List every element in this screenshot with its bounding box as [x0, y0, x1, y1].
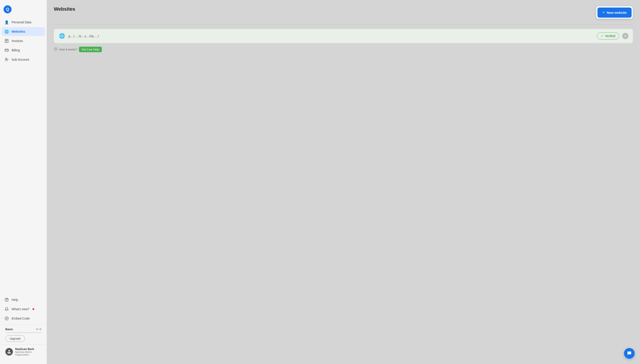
logo-text: Q — [6, 7, 9, 12]
title-divider — [54, 24, 633, 24]
remove-website-button[interactable]: ✕ — [622, 33, 628, 39]
plan-count: 0 / 0 — [36, 328, 41, 331]
sidebar-item-personal-data[interactable]: 👤 Personal Data — [2, 18, 45, 27]
main-content: Websites + New website 🌐 p...l..../li...… — [47, 0, 640, 364]
sidebar-item-label-help: Help — [12, 298, 18, 302]
sidebar-item-label-invoices: Invoices — [12, 39, 23, 43]
new-website-btn-wrapper: + New website — [596, 6, 633, 19]
user-name: Nazlican Berk — [15, 347, 41, 351]
how-it-works-text: How it works? — [59, 48, 77, 51]
sidebar-item-label-embed-code: Embed Code — [12, 317, 30, 320]
get-live-help-button[interactable]: Get Live Help — [79, 47, 102, 52]
sidebar-item-label-sub-account: Sub Account — [12, 58, 29, 61]
check-icon: ✓ — [601, 34, 603, 38]
sidebar-nav: 👤 Personal Data 🌐 Websites Invoices — [0, 18, 47, 295]
bell-icon — [5, 307, 9, 311]
globe-icon: 🌐 — [58, 32, 65, 40]
plus-icon: + — [602, 10, 605, 15]
website-card: 🌐 p...l..../li...s...tify..../ ✓ Verifie… — [54, 29, 633, 43]
page-header: Websites + New website — [54, 6, 633, 19]
notification-dot — [33, 308, 34, 310]
user-section: Nazlican Berk Nazlican Berk's Organizati… — [2, 344, 45, 359]
sidebar-item-whats-new[interactable]: What's new? — [2, 305, 45, 314]
plan-section: Basic 0 / 0 Upgrade — [2, 325, 45, 344]
sidebar-item-invoices[interactable]: Invoices — [2, 36, 45, 45]
svg-rect-4 — [5, 49, 9, 52]
billing-icon — [5, 48, 9, 52]
close-icon: ✕ — [624, 34, 627, 38]
new-website-btn-label: New website — [607, 11, 627, 14]
plan-progress-bar — [5, 332, 41, 333]
svg-point-16 — [56, 50, 56, 50]
websites-icon: 🌐 — [5, 29, 9, 34]
page-title: Websites — [54, 6, 75, 12]
sub-account-icon — [5, 57, 9, 62]
how-it-works-row: How it works? Get Live Help — [54, 47, 633, 52]
sidebar-item-sub-account[interactable]: Sub Account — [2, 55, 45, 64]
sidebar-item-label-whats-new: What's new? — [12, 307, 29, 311]
invoices-icon — [5, 39, 9, 43]
app-logo[interactable]: Q — [4, 5, 12, 13]
verified-label: Verified — [605, 34, 615, 38]
logo-area: Q — [0, 4, 47, 18]
svg-point-14 — [9, 350, 10, 352]
chat-fab-button[interactable] — [624, 348, 635, 359]
plan-name: Basic — [5, 328, 13, 331]
website-card-right: ✓ Verified ✕ — [597, 32, 628, 40]
upgrade-button[interactable]: Upgrade — [5, 335, 25, 342]
sidebar-item-label-personal-data: Personal Data — [12, 20, 31, 24]
svg-point-10 — [7, 300, 7, 301]
svg-point-6 — [6, 58, 7, 59]
user-org: Nazlican Berk's Organization — [15, 351, 41, 356]
sidebar-item-embed-code[interactable]: Embed Code — [2, 314, 45, 323]
verified-badge: ✓ Verified — [597, 32, 619, 40]
website-url: p...l..../li...s...tify..../ — [69, 34, 99, 38]
website-card-left: 🌐 p...l..../li...s...tify..../ — [58, 32, 99, 40]
sidebar-item-billing[interactable]: Billing — [2, 46, 45, 55]
sidebar: Q 👤 Personal Data 🌐 Websites Invoices — [0, 0, 47, 364]
sidebar-item-websites[interactable]: 🌐 Websites — [2, 27, 45, 36]
plan-header: Basic 0 / 0 — [5, 328, 41, 331]
sidebar-item-label-websites: Websites — [12, 30, 25, 33]
help-icon — [5, 298, 9, 302]
sidebar-item-help[interactable]: Help — [2, 295, 45, 304]
embed-code-icon — [5, 316, 9, 321]
user-info: Nazlican Berk Nazlican Berk's Organizati… — [15, 347, 41, 356]
personal-data-icon: 👤 — [5, 20, 9, 24]
sidebar-bottom: Help What's new? Embed Code — [0, 295, 47, 360]
sidebar-item-label-billing: Billing — [12, 48, 20, 52]
avatar — [5, 348, 13, 356]
new-website-button[interactable]: + New website — [597, 8, 631, 18]
question-circle-icon — [54, 47, 57, 52]
